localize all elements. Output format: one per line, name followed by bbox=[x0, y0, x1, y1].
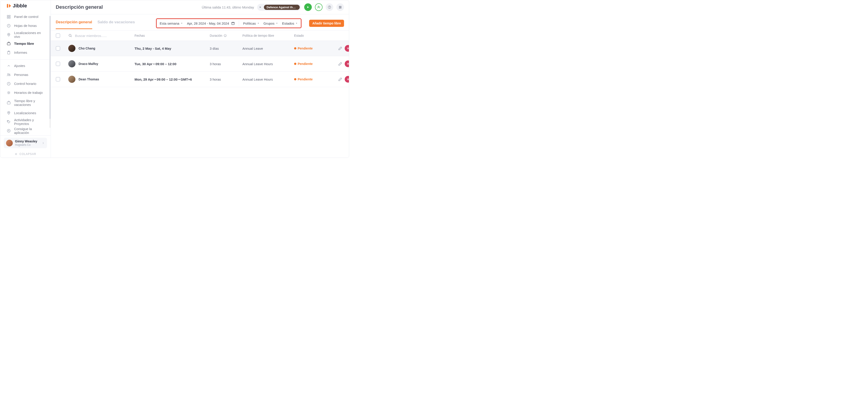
location-icon bbox=[6, 111, 11, 115]
nav-divider bbox=[0, 59, 51, 60]
settings-button[interactable] bbox=[336, 3, 344, 11]
table-row[interactable]: Draco Malfoy Tue, 30 Apr • 09:00 – 12:00… bbox=[51, 56, 349, 72]
nav-label: Localizaciones en vivo bbox=[14, 31, 46, 38]
nav-time-control[interactable]: Control horario bbox=[0, 79, 51, 88]
member-search-input[interactable] bbox=[75, 34, 113, 38]
main: Descripción general Última salida 11:43,… bbox=[51, 0, 349, 158]
edit-button[interactable] bbox=[338, 46, 342, 51]
svg-point-26 bbox=[340, 8, 340, 8]
edit-button[interactable] bbox=[338, 77, 342, 82]
date-range[interactable]: Apr, 28 2024 - May, 04 2024 bbox=[187, 22, 235, 25]
member-avatar bbox=[68, 60, 75, 67]
header-policy: Política de tiempo libre bbox=[242, 34, 290, 37]
caret-down-icon bbox=[257, 22, 259, 24]
calendar-icon bbox=[231, 22, 235, 25]
member-name: Dean Thomas bbox=[79, 78, 99, 81]
svg-rect-21 bbox=[339, 6, 342, 6]
svg-point-10 bbox=[8, 73, 9, 74]
row-policy: Annual Leave Hours bbox=[242, 62, 290, 66]
period-select[interactable]: Esta semana bbox=[160, 22, 183, 25]
row-duration: 3 días bbox=[210, 47, 239, 50]
play-icon bbox=[259, 6, 262, 8]
activity-pill[interactable]: Defence Against the Da… bbox=[257, 4, 301, 11]
policies-label: Políticas bbox=[243, 22, 256, 25]
row-checkbox[interactable] bbox=[56, 77, 60, 82]
reject-button[interactable] bbox=[345, 60, 349, 67]
nav-label: Actividades y Proyectos bbox=[14, 118, 46, 126]
clipboard-icon bbox=[6, 50, 11, 55]
row-state: Pendiente bbox=[294, 78, 334, 81]
status-dot-icon bbox=[294, 47, 296, 50]
chevron-up-icon bbox=[6, 64, 11, 68]
svg-rect-4 bbox=[9, 17, 10, 18]
svg-rect-0 bbox=[7, 4, 8, 8]
nav-live-locations[interactable]: Localizaciones en vivo bbox=[0, 30, 51, 39]
member-avatar bbox=[68, 45, 75, 52]
nav-work-schedules[interactable]: Horarios de trabajo bbox=[0, 88, 51, 97]
svg-rect-1 bbox=[7, 15, 8, 17]
table-row[interactable]: Cho Chang Thu, 2 May - Sat, 4 May 3 días… bbox=[51, 41, 349, 56]
clock-in-button[interactable] bbox=[304, 3, 312, 11]
nav-reports[interactable]: Informes bbox=[0, 48, 51, 57]
row-checkbox[interactable] bbox=[56, 62, 60, 66]
edit-button[interactable] bbox=[338, 62, 342, 66]
tab-balance[interactable]: Saldo de vacaciones bbox=[98, 20, 135, 29]
svg-point-25 bbox=[340, 7, 341, 7]
member-name: Cho Chang bbox=[79, 47, 95, 50]
logo[interactable]: Jibble bbox=[0, 0, 51, 11]
scrollbar-thumb[interactable] bbox=[50, 16, 51, 119]
user-avatar bbox=[6, 140, 13, 147]
nav-activities-projects[interactable]: Actividades y Proyectos bbox=[0, 117, 51, 126]
nav-settings[interactable]: Ajustes bbox=[0, 61, 51, 70]
caret-down-icon bbox=[276, 22, 278, 24]
user-name: Ginny Weasley bbox=[15, 140, 37, 143]
help-button[interactable] bbox=[326, 3, 333, 11]
states-label: Estados bbox=[282, 22, 294, 25]
policies-select[interactable]: Políticas bbox=[243, 22, 259, 25]
collapse-button[interactable]: COLAPSAR bbox=[0, 150, 51, 158]
nav-timeoff-vacations[interactable]: Tiempo libre y vacaciones bbox=[0, 97, 51, 109]
tab-overview[interactable]: Descripción general bbox=[56, 20, 92, 29]
row-checkbox[interactable] bbox=[56, 46, 60, 51]
header-state: Estado bbox=[294, 34, 334, 37]
svg-rect-22 bbox=[339, 7, 342, 7]
nav-time-off[interactable]: Tiempo libre bbox=[0, 39, 51, 48]
reject-button[interactable] bbox=[345, 45, 349, 52]
schedule-icon bbox=[6, 90, 11, 95]
table-row[interactable]: Dean Thomas Mon, 29 Apr • 09:00 – 12:00 … bbox=[51, 72, 349, 87]
clock-icon bbox=[6, 82, 11, 86]
svg-point-20 bbox=[329, 8, 330, 8]
svg-rect-23 bbox=[339, 8, 342, 8]
nav-timesheets[interactable]: Hojas de horas bbox=[0, 21, 51, 30]
clock-icon bbox=[6, 24, 11, 28]
user-card[interactable]: Ginny Weasley Hogwarts Co bbox=[0, 135, 51, 150]
nav-dashboard[interactable]: Panel de control bbox=[0, 12, 51, 21]
state-label: Pendiente bbox=[298, 47, 313, 50]
nav-people[interactable]: Personas bbox=[0, 70, 51, 79]
nav-locations[interactable]: Localizaciones bbox=[0, 109, 51, 117]
svg-rect-14 bbox=[7, 102, 10, 104]
activity-label: Defence Against the Da… bbox=[264, 5, 300, 10]
svg-point-15 bbox=[8, 112, 9, 113]
status-dot-icon bbox=[294, 78, 296, 81]
row-state: Pendiente bbox=[294, 62, 334, 66]
row-dates: Tue, 30 Apr • 09:00 – 12:00 bbox=[134, 62, 206, 66]
add-time-off-button[interactable]: Añadir tiempo libre bbox=[309, 20, 344, 27]
svg-rect-27 bbox=[232, 22, 234, 25]
user-org: Hogwarts Co bbox=[15, 143, 37, 147]
dashboard-icon bbox=[6, 14, 11, 19]
info-icon[interactable] bbox=[224, 34, 227, 37]
nav-get-app[interactable]: Consigue la aplicación bbox=[0, 126, 51, 135]
reject-button[interactable] bbox=[345, 76, 349, 83]
add-person-button[interactable] bbox=[315, 3, 322, 11]
nav-label: Panel de control bbox=[14, 15, 38, 19]
briefcase-icon bbox=[6, 41, 11, 46]
nav-label: Consigue la aplicación bbox=[14, 127, 46, 134]
select-all-checkbox[interactable] bbox=[56, 33, 60, 38]
header-duration: Duración bbox=[210, 34, 222, 37]
groups-select[interactable]: Grupos bbox=[264, 22, 278, 25]
row-policy: Annual Leave Hours bbox=[242, 78, 290, 81]
states-select[interactable]: Estados bbox=[282, 22, 298, 25]
nav-label: Localizaciones bbox=[14, 111, 36, 115]
svg-rect-2 bbox=[9, 15, 10, 17]
